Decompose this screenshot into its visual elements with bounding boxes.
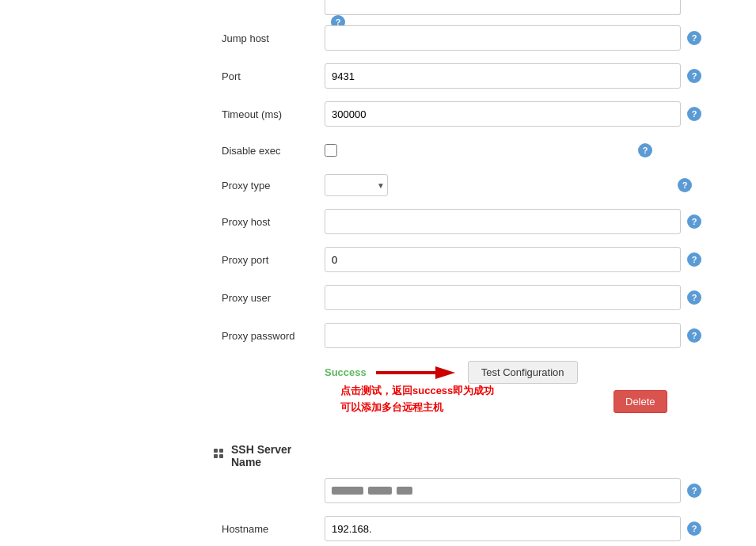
proxy-host-input[interactable] <box>325 209 681 234</box>
proxy-port-row: Proxy port ? <box>0 241 756 279</box>
proxy-type-label: Proxy type <box>222 180 325 191</box>
port-control: ? <box>325 63 705 89</box>
proxy-port-label: Proxy port <box>222 254 325 266</box>
proxy-type-select[interactable]: HTTP SOCKS5 <box>325 174 388 196</box>
masked-segment-3 <box>397 487 412 495</box>
ssh-name-control: ? <box>325 478 701 503</box>
ssh-name-masked-input[interactable] <box>325 478 681 503</box>
proxy-host-help-icon[interactable]: ? <box>687 214 701 229</box>
hostname-row: Hostname ? <box>0 510 756 546</box>
test-configuration-button[interactable]: Test Configuration <box>468 361 578 384</box>
proxy-port-help-icon[interactable]: ? <box>687 252 701 267</box>
masked-segment-2 <box>368 487 392 495</box>
proxy-user-label: Proxy user <box>222 292 325 304</box>
hostname-input[interactable] <box>325 516 681 541</box>
form-area: ? Jump host ? Port ? Timeout (ms) ? <box>0 0 756 546</box>
proxy-type-control: HTTP SOCKS5 ▼ ? <box>325 174 705 196</box>
port-help-icon[interactable]: ? <box>687 69 701 83</box>
svg-rect-2 <box>214 449 218 453</box>
jump-host-help-icon[interactable]: ? <box>687 31 701 45</box>
action-area: Success Test Configuration 点击测试，返回succes… <box>0 355 756 434</box>
disable-exec-label: Disable exec <box>222 145 325 157</box>
grid-icon <box>214 449 226 461</box>
disable-exec-checkbox[interactable] <box>325 144 337 157</box>
jump-host-control: ? <box>325 25 705 51</box>
arrow-svg <box>376 362 455 384</box>
proxy-password-help-icon[interactable]: ? <box>687 328 701 343</box>
proxy-type-help-icon[interactable]: ? <box>678 178 692 192</box>
jump-host-label: Jump host <box>222 32 325 44</box>
proxy-host-control: ? <box>325 209 705 234</box>
ssh-server-header: SSH Server Name <box>0 434 756 472</box>
svg-marker-1 <box>435 366 455 379</box>
proxy-user-row: Proxy user ? <box>0 279 756 317</box>
jump-host-input[interactable] <box>325 25 681 51</box>
proxy-host-row: Proxy host ? <box>0 203 756 241</box>
proxy-port-input[interactable] <box>325 247 681 272</box>
top-partial-row: ? <box>0 0 756 19</box>
proxy-type-row: Proxy type HTTP SOCKS5 ▼ ? <box>0 168 756 203</box>
success-text: Success <box>325 366 367 378</box>
page-container: ? Jump host ? Port ? Timeout (ms) ? <box>0 0 756 546</box>
svg-rect-3 <box>219 449 223 453</box>
hostname-label: Hostname <box>222 523 325 535</box>
port-row: Port ? <box>0 57 756 95</box>
disable-exec-row: Disable exec ? <box>0 133 756 168</box>
delete-button-wrap: Delete <box>325 390 740 413</box>
masked-segment-1 <box>332 487 363 495</box>
action-row: Success Test Configuration <box>325 361 740 384</box>
jump-host-row: Jump host ? <box>0 19 756 57</box>
timeout-label: Timeout (ms) <box>222 108 325 120</box>
timeout-input[interactable] <box>325 101 681 127</box>
timeout-row: Timeout (ms) ? <box>0 95 756 133</box>
timeout-help-icon[interactable]: ? <box>687 107 701 121</box>
hostname-help-icon[interactable]: ? <box>687 521 701 536</box>
ssh-name-help-icon[interactable]: ? <box>687 483 701 498</box>
hostname-control: ? <box>325 516 705 541</box>
delete-button[interactable]: Delete <box>614 390 667 413</box>
proxy-user-control: ? <box>325 285 705 310</box>
proxy-host-label: Proxy host <box>222 216 325 228</box>
proxy-user-help-icon[interactable]: ? <box>687 290 701 305</box>
ssh-server-title: SSH Server Name <box>231 443 291 468</box>
timeout-control: ? <box>325 101 705 127</box>
proxy-password-label: Proxy password <box>222 330 325 342</box>
ssh-name-row: ? <box>0 472 756 510</box>
disable-exec-help-icon[interactable]: ? <box>638 143 652 157</box>
port-input[interactable] <box>325 63 681 89</box>
svg-rect-5 <box>219 454 223 458</box>
proxy-password-row: Proxy password ? <box>0 317 756 355</box>
svg-rect-4 <box>214 454 218 458</box>
disable-exec-control: ? <box>325 143 705 157</box>
proxy-port-control: ? <box>325 247 705 272</box>
port-label: Port <box>222 70 325 82</box>
proxy-user-input[interactable] <box>325 285 681 310</box>
proxy-password-input[interactable] <box>325 323 681 348</box>
top-partial-input[interactable] <box>325 0 681 15</box>
section-dots-icon <box>214 449 226 464</box>
proxy-type-select-wrap: HTTP SOCKS5 ▼ <box>325 174 388 196</box>
red-arrow <box>376 362 455 384</box>
proxy-password-control: ? <box>325 323 705 348</box>
